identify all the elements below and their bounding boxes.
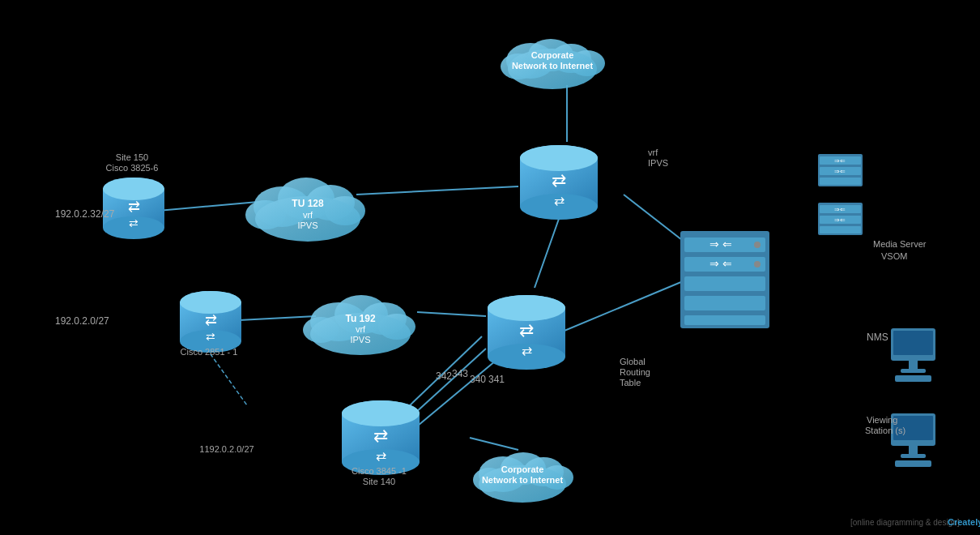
svg-text:Corporate: Corporate bbox=[531, 50, 574, 60]
svg-text:⇄: ⇄ bbox=[522, 344, 532, 357]
svg-text:Network to Internet: Network to Internet bbox=[482, 475, 564, 485]
svg-text:IPVS: IPVS bbox=[350, 335, 370, 345]
svg-text:Network to Internet: Network to Internet bbox=[512, 61, 594, 71]
svg-text:⇄: ⇄ bbox=[373, 426, 388, 446]
svg-rect-77 bbox=[820, 178, 861, 185]
svg-text:⇄: ⇄ bbox=[554, 194, 565, 208]
svg-text:⇒⇐: ⇒⇐ bbox=[834, 168, 846, 175]
svg-rect-87 bbox=[893, 331, 933, 355]
label-route-340: 340 bbox=[470, 374, 486, 385]
svg-point-70 bbox=[754, 242, 761, 248]
svg-rect-69 bbox=[684, 315, 765, 325]
svg-rect-94 bbox=[901, 454, 926, 458]
line-341 bbox=[470, 438, 518, 450]
label-route-342: 342 bbox=[436, 370, 452, 382]
svg-point-71 bbox=[754, 261, 761, 268]
label-viewing-station-1: Viewing bbox=[867, 415, 897, 425]
label-vrf-ipvs: vrf bbox=[648, 148, 658, 157]
svg-text:TU 128: TU 128 bbox=[292, 198, 324, 209]
svg-text:vrf: vrf bbox=[356, 324, 366, 334]
router-cisco3845: ⇄ ⇄ bbox=[342, 400, 420, 475]
label-cisco3845-1: Cisco 3845 -1 bbox=[352, 466, 407, 476]
label-ip-site150: 192.0.2.32/27 bbox=[55, 208, 115, 220]
svg-rect-67 bbox=[684, 276, 765, 291]
label-ip-cisco3845: 1192.0.2.0/27 bbox=[199, 444, 254, 454]
icon-media-server: ⇒⇐ ⇒⇐ bbox=[818, 154, 863, 186]
label-ipvs: IPVS bbox=[648, 158, 668, 168]
svg-point-61 bbox=[342, 400, 420, 426]
label-global-routing-3: Table bbox=[620, 378, 641, 387]
svg-point-55 bbox=[488, 295, 565, 321]
label-cisco2851: Cisco 2851 - 1 bbox=[181, 347, 238, 357]
svg-text:⇄: ⇄ bbox=[205, 312, 217, 328]
label-media-server: Media Server bbox=[873, 239, 927, 249]
svg-text:⇄: ⇄ bbox=[519, 320, 534, 340]
cloud-corporate-bottom: Corporate Network to Internet bbox=[473, 452, 573, 503]
svg-text:⇒⇐: ⇒⇐ bbox=[834, 216, 846, 224]
router-main-bottom: ⇄ ⇄ bbox=[488, 295, 565, 370]
svg-point-49 bbox=[180, 291, 241, 314]
svg-text:⇒ ⇐: ⇒ ⇐ bbox=[709, 238, 732, 250]
footer-label: [online diagramming & design] bbox=[850, 518, 960, 527]
svg-text:Tu 192: Tu 192 bbox=[345, 313, 375, 324]
line-tu192-mainrouter-bot bbox=[417, 312, 486, 316]
diagram-svg: Corporate Network to Internet TU 128 vrf… bbox=[0, 0, 980, 535]
svg-text:⇒⇐: ⇒⇐ bbox=[834, 206, 846, 213]
cloud-tu192: Tu 192 vrf IPVS bbox=[303, 295, 415, 355]
svg-text:vrf: vrf bbox=[303, 210, 313, 220]
label-global-routing-2: Routing bbox=[620, 367, 650, 377]
label-site150: Site 150 bbox=[116, 152, 148, 162]
svg-rect-89 bbox=[901, 369, 926, 373]
svg-rect-93 bbox=[909, 446, 918, 454]
svg-text:⇄: ⇄ bbox=[128, 199, 140, 215]
svg-text:⇄: ⇄ bbox=[552, 170, 566, 190]
label-nms: NMS bbox=[867, 332, 888, 343]
svg-text:Corporate: Corporate bbox=[501, 464, 544, 474]
svg-rect-83 bbox=[820, 226, 861, 233]
svg-text:⇒⇐: ⇒⇐ bbox=[834, 157, 846, 165]
svg-text:⇄: ⇄ bbox=[376, 449, 386, 463]
icon-nms bbox=[891, 328, 935, 382]
line-mainrouter-bot-server bbox=[551, 276, 697, 336]
svg-text:⇒ ⇐: ⇒ ⇐ bbox=[709, 257, 732, 270]
svg-rect-68 bbox=[684, 296, 765, 310]
line-cisco2851-tu192 bbox=[239, 316, 316, 320]
server-vsom: ⇒ ⇐ ⇒ ⇐ bbox=[680, 231, 769, 328]
label-ip-cisco2851: 192.0.2.0/27 bbox=[55, 315, 109, 327]
router-cisco2851: ⇄ ⇄ bbox=[180, 291, 241, 353]
label-cisco3825: Cisco 3825-6 bbox=[106, 163, 159, 173]
svg-rect-90 bbox=[895, 375, 931, 382]
footer-brand: Creately bbox=[948, 517, 980, 527]
label-site140: Site 140 bbox=[363, 477, 395, 486]
label-global-routing-1: Global bbox=[620, 357, 646, 366]
line-tu128-mainrouter bbox=[356, 186, 518, 195]
svg-point-37 bbox=[103, 178, 164, 200]
svg-text:IPVS: IPVS bbox=[297, 220, 317, 230]
network-diagram: Corporate Network to Internet TU 128 vrf… bbox=[0, 0, 980, 535]
svg-point-43 bbox=[520, 145, 598, 171]
line-router-top-bottom bbox=[535, 219, 559, 288]
router-main-top: ⇄ ⇄ bbox=[520, 145, 598, 220]
label-viewing-station-2: Station (s) bbox=[865, 426, 905, 435]
label-route-341: 341 bbox=[488, 374, 505, 385]
label-route-343: 343 bbox=[452, 368, 468, 379]
cloud-tu128: TU 128 vrf IPVS bbox=[245, 178, 365, 242]
line-cisco2851-cisco3845 bbox=[207, 349, 247, 405]
label-vsom: VSOM bbox=[881, 251, 907, 261]
icon-vsom: ⇒⇐ ⇒⇐ bbox=[818, 203, 863, 235]
svg-rect-95 bbox=[895, 460, 931, 467]
svg-rect-88 bbox=[909, 361, 918, 369]
svg-text:⇄: ⇄ bbox=[206, 330, 215, 343]
cloud-corporate-top: Corporate Network to Internet bbox=[501, 39, 605, 89]
svg-text:⇄: ⇄ bbox=[129, 216, 138, 229]
